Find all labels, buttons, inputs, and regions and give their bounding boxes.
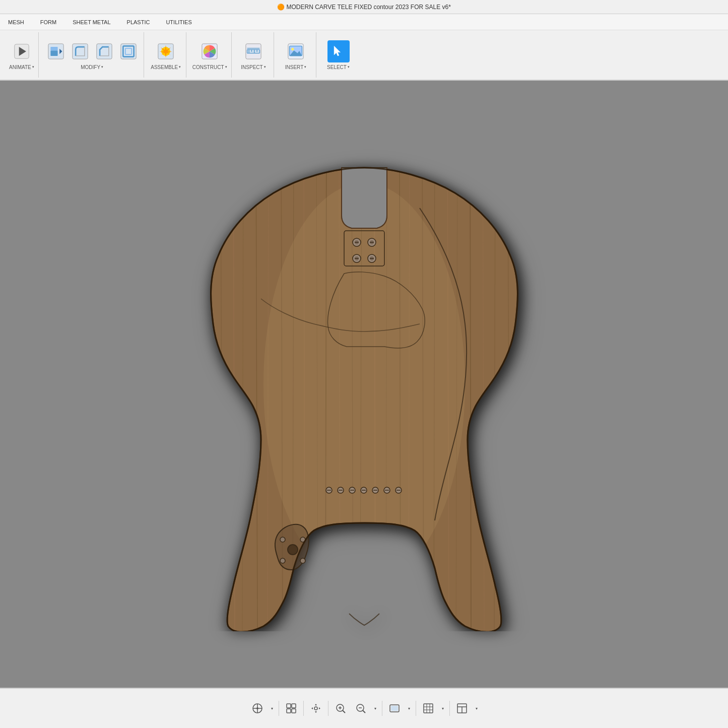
insert-icons <box>285 40 307 62</box>
menu-utilities[interactable]: UTILITIES <box>163 17 194 27</box>
construct-label[interactable]: CONSTRUCT ▾ <box>192 64 227 70</box>
viewport[interactable] <box>0 81 728 688</box>
svg-rect-94 <box>292 704 296 708</box>
select-label[interactable]: SELECT ▾ <box>327 64 350 70</box>
svg-rect-7 <box>97 43 112 58</box>
zoom-fit-button[interactable] <box>332 699 350 717</box>
title-text: 🟠 MODERN CARVE TELE FIXED contour 2023 F… <box>277 4 451 11</box>
inspect-label[interactable]: INSPECT ▾ <box>241 64 266 70</box>
modify-group: MODIFY ▾ <box>41 32 144 78</box>
svg-rect-95 <box>287 709 291 713</box>
divider-6 <box>449 701 450 716</box>
grid-display-dropdown[interactable]: ▾ <box>439 699 446 717</box>
animate-button[interactable] <box>11 40 33 62</box>
snap-button[interactable] <box>282 699 300 717</box>
svg-point-84 <box>280 537 285 542</box>
display-mode-button[interactable] <box>385 699 404 717</box>
pan-button[interactable] <box>307 699 325 717</box>
svg-point-86 <box>280 558 285 563</box>
divider-5 <box>416 701 416 716</box>
inspect-button[interactable] <box>242 40 264 62</box>
svg-rect-3 <box>50 50 57 56</box>
construct-button[interactable] <box>198 40 221 62</box>
svg-point-88 <box>288 545 298 555</box>
guitar-body <box>193 138 536 631</box>
animate-label[interactable]: ANIMATE ▾ <box>9 64 34 70</box>
inspect-icons <box>242 40 264 62</box>
menu-form[interactable]: FORM <box>37 17 59 27</box>
svg-line-99 <box>343 710 345 713</box>
construct-icons <box>198 40 221 62</box>
animate-icons <box>11 40 33 62</box>
assemble-icons <box>155 40 177 62</box>
menu-plastic[interactable]: PLASTIC <box>124 17 153 27</box>
display-dropdown[interactable]: ▾ <box>406 699 413 717</box>
svg-rect-6 <box>73 43 88 58</box>
svg-point-87 <box>300 558 305 563</box>
divider-4 <box>382 701 382 716</box>
grid-button[interactable] <box>248 699 267 717</box>
svg-rect-96 <box>292 709 296 713</box>
title-bar: 🟠 MODERN CARVE TELE FIXED contour 2023 F… <box>0 0 728 14</box>
svg-rect-4 <box>50 47 57 50</box>
grid-display-button[interactable] <box>419 699 437 717</box>
svg-rect-107 <box>424 704 433 713</box>
status-bar: ▾ <box>0 688 728 728</box>
grid-dropdown[interactable]: ▾ <box>269 699 276 717</box>
construct-group: CONSTRUCT ▾ <box>188 32 232 78</box>
layout-button[interactable] <box>453 699 471 717</box>
inspect-group: INSPECT ▾ <box>234 32 274 78</box>
menu-mesh[interactable]: MESH <box>5 17 27 27</box>
select-icons <box>327 40 350 62</box>
divider-1 <box>279 701 279 716</box>
layout-dropdown[interactable]: ▾ <box>473 699 480 717</box>
assemble-group: ASSEMBLE ▾ <box>146 32 186 78</box>
svg-point-24 <box>291 47 294 50</box>
push-pull-button[interactable] <box>45 40 67 62</box>
select-group: SELECT ▾ <box>318 32 359 78</box>
svg-line-103 <box>363 710 365 713</box>
insert-label[interactable]: INSERT ▾ <box>285 64 307 70</box>
insert-group: INSERT ▾ <box>276 32 316 78</box>
modify-icons <box>45 40 140 62</box>
assemble-label[interactable]: ASSEMBLE ▾ <box>151 64 181 70</box>
zoom-button[interactable] <box>352 699 370 717</box>
menu-bar: MESH FORM SHEET METAL PLASTIC UTILITIES <box>0 14 728 30</box>
icon-toolbar: ANIMATE ▾ <box>0 30 728 81</box>
fillet-button[interactable] <box>69 40 91 62</box>
chamfer-button[interactable] <box>93 40 115 62</box>
select-button[interactable] <box>327 40 350 62</box>
menu-sheet-metal[interactable]: SHEET METAL <box>70 17 113 27</box>
shell-button[interactable] <box>117 40 140 62</box>
zoom-dropdown[interactable]: ▾ <box>372 699 379 717</box>
divider-2 <box>303 701 304 716</box>
insert-button[interactable] <box>285 40 307 62</box>
divider-3 <box>328 701 328 716</box>
svg-rect-93 <box>287 704 291 708</box>
animate-group: ANIMATE ▾ <box>5 32 39 78</box>
svg-point-97 <box>314 707 317 710</box>
svg-rect-106 <box>391 706 398 711</box>
modify-label[interactable]: MODIFY ▾ <box>81 64 103 70</box>
svg-point-92 <box>256 707 258 709</box>
assemble-button[interactable] <box>155 40 177 62</box>
